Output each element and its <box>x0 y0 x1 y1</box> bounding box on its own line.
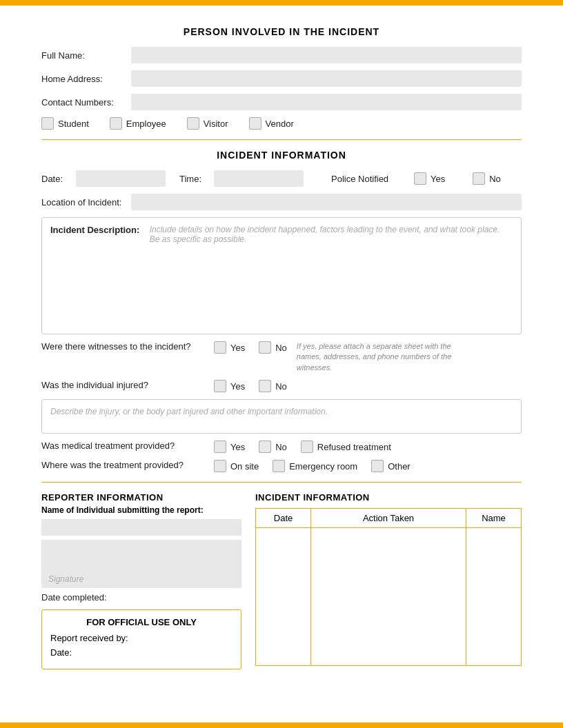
emergency-group[interactable]: Emergency room <box>273 460 357 472</box>
treatment-label: Where was the treatment provided? <box>41 460 214 470</box>
date-label: Date: <box>41 174 76 184</box>
injured-no-checkbox[interactable] <box>259 380 271 392</box>
witness-yes-checkbox[interactable] <box>214 341 226 354</box>
police-yes-label: Yes <box>431 174 445 184</box>
reporter-title: REPORTER INFORMATION <box>41 492 241 503</box>
location-label: Location of Incident: <box>41 197 131 208</box>
refused-checkbox[interactable] <box>301 441 313 453</box>
contact-numbers-input[interactable] <box>131 94 522 110</box>
full-name-input[interactable] <box>131 47 522 63</box>
date-input[interactable] <box>76 170 166 187</box>
incident-desc-title: Incident Description: <box>50 225 147 235</box>
action-section: INCIDENT INFORMATION Date Action Taken N… <box>255 492 522 669</box>
refused-group[interactable]: Refused treatment <box>301 441 391 453</box>
employee-checkbox[interactable] <box>110 117 122 130</box>
bottom-section: REPORTER INFORMATION Name of Individual … <box>41 492 522 669</box>
received-row: Report received by: <box>50 633 233 643</box>
col-date: Date <box>256 509 311 528</box>
other-group[interactable]: Other <box>371 460 411 472</box>
injury-hint: Describe the injury, or the body part in… <box>50 407 328 416</box>
police-no-label: No <box>489 174 501 184</box>
injured-yes-group[interactable]: Yes <box>214 380 245 392</box>
onsite-label: On site <box>230 461 259 472</box>
employee-label: Employee <box>126 119 166 129</box>
action-date-cell[interactable] <box>256 528 311 666</box>
col-action: Action Taken <box>311 509 466 528</box>
visitor-checkbox[interactable] <box>187 117 199 130</box>
onsite-checkbox[interactable] <box>214 460 226 472</box>
location-row: Location of Incident: <box>41 194 522 210</box>
date-completed-label: Date completed: <box>41 592 131 603</box>
police-no-checkbox[interactable] <box>473 172 485 185</box>
person-type-row: Student Employee Visitor Vendor <box>41 117 522 130</box>
witness-yes-group[interactable]: Yes <box>214 341 245 354</box>
official-use-box: FOR OFFICIAL USE ONLY Report received by… <box>41 609 241 669</box>
medical-yes-checkbox[interactable] <box>214 441 226 453</box>
injured-no-label: No <box>275 381 287 392</box>
medical-yes-label: Yes <box>230 442 245 452</box>
date-completed-row: Date completed: <box>41 592 241 603</box>
reporter-name-input[interactable] <box>41 519 241 536</box>
medical-yes-group[interactable]: Yes <box>214 441 245 453</box>
witness-no-group[interactable]: No <box>259 341 287 354</box>
incident-description-box: Incident Description: Include details on… <box>41 217 522 334</box>
received-label: Report received by: <box>50 633 128 643</box>
medical-no-group[interactable]: No <box>259 441 287 453</box>
action-name-cell[interactable] <box>466 528 522 666</box>
other-label: Other <box>388 461 411 472</box>
official-date-label: Date: <box>50 647 72 658</box>
home-address-input[interactable] <box>131 70 522 87</box>
police-notified-label: Police Notified <box>331 174 414 184</box>
location-input[interactable] <box>131 194 522 210</box>
witness-yes-label: Yes <box>230 343 245 353</box>
medical-no-checkbox[interactable] <box>259 441 271 453</box>
injured-yes-label: Yes <box>230 381 245 392</box>
official-title: FOR OFFICIAL USE ONLY <box>50 617 233 627</box>
reporter-section: REPORTER INFORMATION Name of Individual … <box>41 492 241 669</box>
person-section-title: PERSON INVOLVED IN THE INCIDENT <box>41 26 522 37</box>
emergency-checkbox[interactable] <box>273 460 285 472</box>
witness-no-checkbox[interactable] <box>259 341 271 354</box>
medical-no-label: No <box>275 442 287 452</box>
onsite-group[interactable]: On site <box>214 460 259 472</box>
treatment-row: Where was the treatment provided? On sit… <box>41 460 522 472</box>
police-yes-checkbox[interactable] <box>414 172 426 185</box>
injured-yes-checkbox[interactable] <box>214 380 226 392</box>
injury-description-box[interactable]: Describe the injury, or the body part in… <box>41 399 522 434</box>
full-name-label: Full Name: <box>41 50 131 61</box>
action-row <box>256 528 522 666</box>
official-date-row: Date: <box>50 647 233 658</box>
employee-group[interactable]: Employee <box>110 117 166 130</box>
other-checkbox[interactable] <box>371 460 384 472</box>
medical-row: Was medical treatment provided? Yes No R… <box>41 441 522 453</box>
student-label: Student <box>58 119 89 129</box>
contact-numbers-label: Contact Numbers: <box>41 97 131 108</box>
time-input[interactable] <box>214 170 304 187</box>
divider-1 <box>41 139 522 140</box>
witnesses-note: If yes, please attach a separate sheet w… <box>297 341 462 373</box>
witness-no-label: No <box>275 343 287 353</box>
police-no-group[interactable]: No <box>473 172 501 185</box>
reporter-sig-box[interactable]: Signature <box>41 540 241 588</box>
witnesses-label: Were there witnesses to the incident? <box>41 341 214 352</box>
emergency-label: Emergency room <box>289 461 357 472</box>
home-address-row: Home Address: <box>41 70 522 87</box>
injured-no-group[interactable]: No <box>259 380 287 392</box>
reporter-name-label: Name of Individual submitting the report… <box>41 505 241 515</box>
date-time-row: Date: Time: Police Notified Yes No <box>41 170 522 187</box>
vendor-checkbox[interactable] <box>249 117 261 130</box>
witnesses-row: Were there witnesses to the incident? Ye… <box>41 341 522 373</box>
injured-row: Was the individual injured? Yes No <box>41 380 522 392</box>
vendor-group[interactable]: Vendor <box>249 117 294 130</box>
bottom-bar <box>0 722 563 728</box>
action-taken-cell[interactable] <box>311 528 466 666</box>
incident-desc-hint: Include details on how the incident happ… <box>150 225 500 244</box>
police-yes-group[interactable]: Yes <box>414 172 445 185</box>
student-group[interactable]: Student <box>41 117 89 130</box>
signature-label: Signature <box>48 574 83 584</box>
student-checkbox[interactable] <box>41 117 54 130</box>
visitor-group[interactable]: Visitor <box>187 117 228 130</box>
refused-label: Refused treatment <box>317 442 391 452</box>
incident-desc-input[interactable] <box>50 244 513 327</box>
action-table: Date Action Taken Name <box>255 508 522 666</box>
